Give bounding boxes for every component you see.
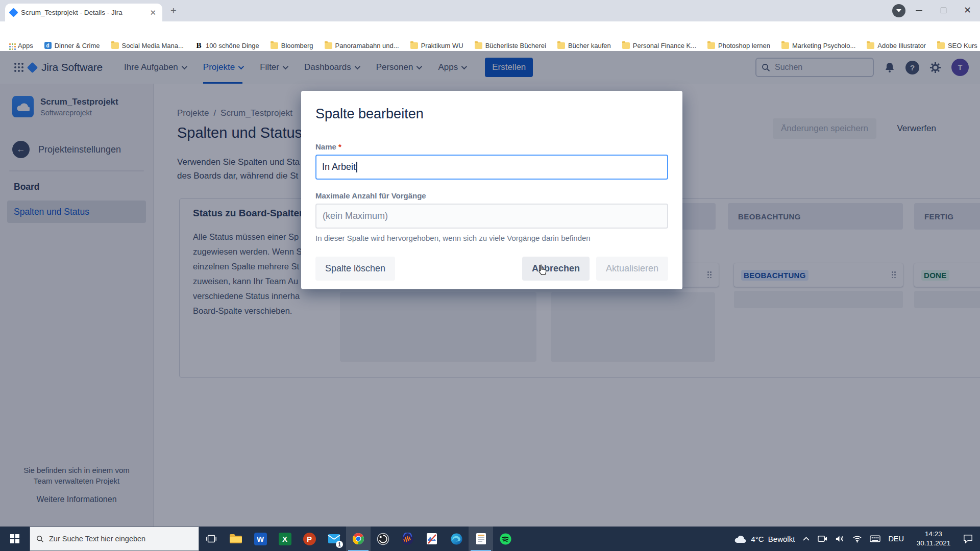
- mail-unread-badge: 1: [336, 541, 343, 548]
- powerpoint-icon: P: [303, 533, 316, 545]
- chrome-icon: [352, 532, 365, 545]
- taskbar-search[interactable]: Zur Suche Text hier eingeben: [30, 527, 199, 551]
- bookmark-item[interactable]: Photoshop lernen: [707, 42, 770, 49]
- browser-profile-status-icon[interactable]: [892, 4, 905, 17]
- bookmark-item[interactable]: Praktikum WU: [410, 42, 463, 49]
- edit-column-dialog: Spalte bearbeiten Name * In Arbeit Maxim…: [301, 91, 682, 289]
- action-center-icon[interactable]: [963, 534, 973, 543]
- tray-time: 14:23: [912, 530, 955, 539]
- bookmark-label: Bücherliste Bücherei: [485, 42, 546, 49]
- system-tray: 4°C Bewölkt DEU 14:23 30.11.2021: [734, 527, 980, 551]
- bookmark-item[interactable]: Marketing Psycholo...: [781, 42, 855, 49]
- apps-grid-icon: [7, 42, 15, 49]
- weather-widget[interactable]: 4°C Bewölkt: [734, 535, 795, 543]
- task-view-button[interactable]: [199, 527, 224, 551]
- wifi-icon[interactable]: [852, 535, 862, 543]
- obs-button[interactable]: [371, 527, 395, 551]
- folder-icon: [557, 42, 565, 49]
- bookmarks-bar: AppsdDinner & CrimeSocial Media Mana...B…: [0, 40, 980, 51]
- keyboard-language[interactable]: DEU: [888, 535, 904, 543]
- audacity-button[interactable]: [395, 527, 420, 551]
- browser-titlebar: Scrum_Testprojekt - Details - Jira ✕ + ✕: [0, 0, 980, 21]
- bookmark-label: Marketing Psycholo...: [792, 42, 855, 49]
- chrome-button[interactable]: [346, 527, 371, 551]
- task-view-icon: [206, 534, 217, 544]
- excel-button[interactable]: X: [273, 527, 297, 551]
- folder-icon: [781, 42, 789, 49]
- bookmark-item[interactable]: SEO Kurs: [937, 42, 977, 49]
- browser-tab[interactable]: Scrum_Testprojekt - Details - Jira ✕: [5, 4, 162, 21]
- file-explorer-button[interactable]: [224, 527, 248, 551]
- max-issues-label: Maximale Anzahl für Vorgänge: [315, 191, 682, 200]
- taskbar-search-placeholder: Zur Suche Text hier eingeben: [49, 535, 145, 543]
- clock[interactable]: 14:23 30.11.2021: [912, 530, 955, 548]
- bookmark-item[interactable]: Panoramabahn und...: [325, 42, 399, 49]
- tray-date: 30.11.2021: [912, 539, 955, 548]
- max-issues-field[interactable]: [315, 204, 668, 229]
- bookmark-label: Apps: [18, 42, 33, 49]
- folder-icon: [937, 42, 945, 49]
- windows-taskbar: Zur Suche Text hier eingeben W X P 1: [0, 527, 980, 551]
- browser-toolbar: ← → testdeutsch1.atlassian.net/jira/soft…: [0, 21, 980, 40]
- start-button[interactable]: [0, 527, 30, 551]
- name-field[interactable]: In Arbeit: [315, 155, 668, 180]
- window-close-button[interactable]: ✕: [964, 5, 971, 16]
- notes-button[interactable]: [469, 527, 493, 551]
- word-icon: W: [254, 533, 267, 545]
- bookmark-label: Praktikum WU: [421, 42, 463, 49]
- image-editor-button[interactable]: [420, 527, 444, 551]
- folder-icon: [410, 42, 418, 49]
- mouse-cursor: [536, 263, 549, 278]
- bookmark-item[interactable]: Social Media Mana...: [111, 42, 184, 49]
- max-issues-helper-text: In dieser Spalte wird hervorgehoben, wen…: [315, 234, 682, 242]
- obs-icon: [377, 533, 389, 545]
- folder-icon: [867, 42, 874, 49]
- audacity-icon: [401, 533, 414, 545]
- site-d-icon: d: [44, 42, 52, 49]
- edge-icon: [450, 533, 463, 545]
- name-value: In Arbeit: [322, 162, 356, 172]
- tray-chevron-up-icon[interactable]: [802, 536, 810, 541]
- excel-icon: X: [279, 533, 291, 545]
- window-maximize-button[interactable]: [941, 8, 946, 13]
- bookmark-item[interactable]: Bücher kaufen: [557, 42, 611, 49]
- folder-icon: [707, 42, 715, 49]
- word-button[interactable]: W: [248, 527, 273, 551]
- bookmark-label: Social Media Mana...: [122, 42, 184, 49]
- meet-now-camera-icon[interactable]: [818, 535, 827, 542]
- text-cursor: [356, 162, 357, 172]
- bookmark-item[interactable]: dDinner & Crime: [44, 42, 100, 49]
- notes-icon: [476, 533, 486, 545]
- touch-keyboard-icon[interactable]: [870, 535, 880, 542]
- weather-cloud-icon: [734, 535, 746, 543]
- bookmark-item[interactable]: Personal Finance K...: [622, 42, 696, 49]
- window-minimize-button[interactable]: [916, 10, 922, 11]
- bookmark-item[interactable]: Adobe Illustrator: [867, 42, 926, 49]
- file-explorer-icon: [229, 533, 242, 544]
- powerpoint-button[interactable]: P: [297, 527, 322, 551]
- bookmark-label: Dinner & Crime: [55, 42, 100, 49]
- folder-icon: [271, 42, 278, 49]
- volume-icon[interactable]: [835, 535, 845, 543]
- bookmark-item[interactable]: Apps: [7, 42, 33, 49]
- search-icon: [36, 535, 44, 543]
- bookmark-label: Panoramabahn und...: [335, 42, 399, 49]
- edge-button[interactable]: [444, 527, 469, 551]
- mail-button[interactable]: 1: [322, 527, 346, 551]
- bookmark-item[interactable]: Bücherliste Bücherei: [475, 42, 546, 49]
- delete-column-button[interactable]: Spalte löschen: [315, 257, 395, 281]
- folder-icon: [622, 42, 630, 49]
- bookmark-item[interactable]: B100 schöne Dinge: [195, 42, 259, 49]
- new-tab-button[interactable]: +: [170, 5, 177, 17]
- dialog-footer: Spalte löschen Abbrechen Aktualisieren: [315, 257, 668, 281]
- folder-icon: [111, 42, 119, 49]
- bookmark-label: Photoshop lernen: [718, 42, 770, 49]
- dialog-title: Spalte bearbeiten: [315, 106, 682, 122]
- windows-logo-icon: [10, 534, 19, 543]
- spotify-button[interactable]: [493, 527, 518, 551]
- spotify-icon: [499, 533, 512, 545]
- tab-close-icon[interactable]: ✕: [149, 8, 157, 17]
- update-button[interactable]: Aktualisieren: [596, 257, 668, 281]
- bookmark-item[interactable]: Bloomberg: [271, 42, 313, 49]
- cancel-button[interactable]: Abbrechen: [522, 257, 590, 281]
